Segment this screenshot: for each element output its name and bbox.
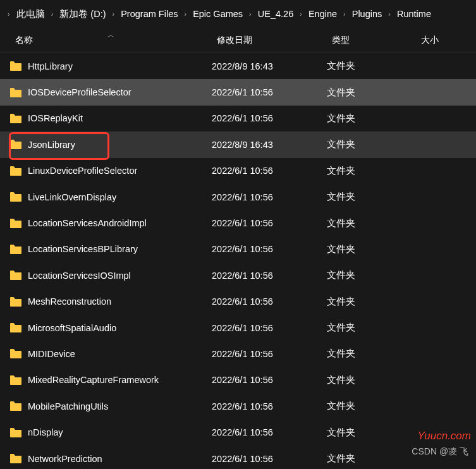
table-row[interactable]: IOSReplayKit2022/6/1 10:56文件夹 (0, 106, 476, 131)
chevron-right-icon: › (49, 10, 56, 18)
column-header-size[interactable]: 大小 (416, 35, 476, 46)
table-row[interactable]: NetworkPrediction2022/6/1 10:56文件夹 (0, 446, 476, 469)
file-name-label: LinuxDeviceProfileSelector (28, 166, 137, 176)
file-name-label: MeshReconstruction (28, 296, 111, 307)
file-type-label: 文件夹 (327, 269, 416, 281)
breadcrumb-item[interactable]: Plugins (348, 6, 386, 21)
file-date-label: 2022/6/1 10:56 (212, 166, 327, 176)
column-header-name[interactable]: 名称 (0, 35, 212, 46)
breadcrumb-item[interactable]: UE_4.26 (254, 6, 297, 21)
file-name-label: IOSDeviceProfileSelector (28, 87, 131, 97)
folder-icon (10, 349, 21, 358)
file-type-label: 文件夹 (327, 165, 416, 177)
breadcrumb-item[interactable]: Program Files (117, 6, 181, 21)
file-name-label: MIDIDevice (28, 349, 75, 359)
folder-icon (10, 271, 21, 280)
file-date-label: 2022/6/1 10:56 (212, 244, 327, 254)
chevron-right-icon: › (297, 10, 305, 18)
table-row[interactable]: JsonLibrary2022/8/9 16:43文件夹 (0, 131, 476, 157)
table-row[interactable]: LocationServicesAndroidImpl2022/6/1 10:5… (0, 210, 476, 236)
table-row[interactable]: IOSDeviceProfileSelector2022/6/1 10:56文件… (0, 79, 476, 105)
file-type-label: 文件夹 (327, 138, 416, 150)
table-row[interactable]: MeshReconstruction2022/6/1 10:56文件夹 (0, 289, 476, 315)
table-row[interactable]: LinuxDeviceProfileSelector2022/6/1 10:56… (0, 158, 476, 184)
breadcrumb-item[interactable]: 新加卷 (D:) (56, 6, 109, 23)
file-date-label: 2022/6/1 10:56 (212, 218, 327, 228)
chevron-right-icon: › (341, 10, 348, 18)
folder-icon (10, 428, 21, 437)
file-date-label: 2022/6/1 10:56 (212, 271, 327, 281)
file-name-label: HttpLibrary (28, 61, 73, 71)
file-name-label: MobilePatchingUtils (28, 401, 108, 411)
folder-icon (10, 401, 21, 411)
breadcrumb-item[interactable]: Engine (305, 6, 341, 21)
file-name-label: NetworkPrediction (28, 454, 102, 464)
file-name-label: LocationServicesIOSImpl (28, 271, 131, 281)
file-type-label: 文件夹 (327, 453, 416, 465)
file-list: HttpLibrary2022/8/9 16:43文件夹 IOSDevicePr… (0, 53, 476, 469)
table-row[interactable]: MIDIDevice2022/6/1 10:56文件夹 (0, 341, 476, 367)
folder-icon (10, 140, 21, 149)
breadcrumb-item[interactable]: Runtime (393, 6, 435, 21)
folder-icon (10, 114, 21, 123)
column-header-type[interactable]: 类型 (327, 35, 416, 46)
file-type-label: 文件夹 (327, 191, 416, 203)
file-type-label: 文件夹 (327, 113, 416, 125)
file-type-label: 文件夹 (327, 87, 416, 99)
folder-icon (10, 297, 21, 307)
file-date-label: 2022/6/1 10:56 (212, 454, 327, 464)
file-type-label: 文件夹 (327, 374, 416, 386)
table-row[interactable]: HttpLibrary2022/8/9 16:43文件夹 (0, 53, 476, 79)
chevron-right-icon: › (386, 10, 393, 18)
file-name-label: LiveLinkOvernDisplay (28, 192, 116, 202)
chevron-right-icon: › (247, 10, 254, 18)
folder-icon (10, 245, 21, 254)
file-date-label: 2022/6/1 10:56 (212, 87, 327, 97)
file-type-label: 文件夹 (327, 60, 416, 72)
column-header-date[interactable]: 修改日期 (212, 35, 327, 46)
file-date-label: 2022/6/1 10:56 (212, 296, 327, 307)
file-date-label: 2022/6/1 10:56 (212, 349, 327, 359)
file-name-label: LocationServicesAndroidImpl (28, 218, 147, 228)
breadcrumb[interactable]: ›此电脑›新加卷 (D:)›Program Files›Epic Games›U… (0, 0, 476, 28)
file-name-label: IOSReplayKit (28, 113, 83, 123)
file-name-label: JsonLibrary (28, 140, 75, 150)
column-header-row: ︿ 名称 修改日期 类型 大小 (0, 28, 476, 53)
watermark-author: CSDN @凌 飞 (412, 446, 468, 458)
file-type-label: 文件夹 (327, 427, 416, 439)
table-row[interactable]: LocationServicesBPLibrary2022/6/1 10:56文… (0, 236, 476, 262)
folder-icon (10, 375, 21, 385)
table-row[interactable]: MixedRealityCaptureFramework2022/6/1 10:… (0, 367, 476, 393)
table-row[interactable]: nDisplay2022/6/1 10:56文件夹 (0, 419, 476, 445)
file-name-label: MicrosoftSpatialAudio (28, 323, 116, 333)
file-type-label: 文件夹 (327, 400, 416, 412)
breadcrumb-item[interactable]: Epic Games (189, 6, 247, 21)
file-type-label: 文件夹 (327, 217, 416, 229)
breadcrumb-item[interactable]: 此电脑 (13, 6, 49, 23)
file-date-label: 2022/8/9 16:43 (212, 140, 327, 150)
file-type-label: 文件夹 (327, 348, 416, 360)
file-type-label: 文件夹 (327, 322, 416, 334)
file-date-label: 2022/6/1 10:56 (212, 323, 327, 333)
chevron-right-icon: › (5, 10, 13, 18)
table-row[interactable]: MicrosoftSpatialAudio2022/6/1 10:56文件夹 (0, 315, 476, 341)
file-date-label: 2022/6/1 10:56 (212, 192, 327, 202)
chevron-right-icon: › (110, 10, 118, 18)
folder-icon (10, 454, 21, 463)
table-row[interactable]: MobilePatchingUtils2022/6/1 10:56文件夹 (0, 393, 476, 419)
file-name-label: nDisplay (28, 427, 63, 437)
file-date-label: 2022/6/1 10:56 (212, 113, 327, 123)
file-name-label: MixedRealityCaptureFramework (28, 375, 159, 385)
table-row[interactable]: LocationServicesIOSImpl2022/6/1 10:56文件夹 (0, 262, 476, 288)
folder-icon (10, 166, 21, 176)
chevron-right-icon: › (181, 10, 189, 18)
folder-icon (10, 88, 21, 97)
folder-icon (10, 323, 21, 332)
file-type-label: 文件夹 (327, 296, 416, 308)
file-name-label: LocationServicesBPLibrary (28, 244, 138, 254)
folder-icon (10, 61, 21, 71)
file-date-label: 2022/6/1 10:56 (212, 401, 327, 411)
table-row[interactable]: LiveLinkOvernDisplay2022/6/1 10:56文件夹 (0, 184, 476, 210)
file-date-label: 2022/6/1 10:56 (212, 427, 327, 437)
file-date-label: 2022/6/1 10:56 (212, 375, 327, 385)
